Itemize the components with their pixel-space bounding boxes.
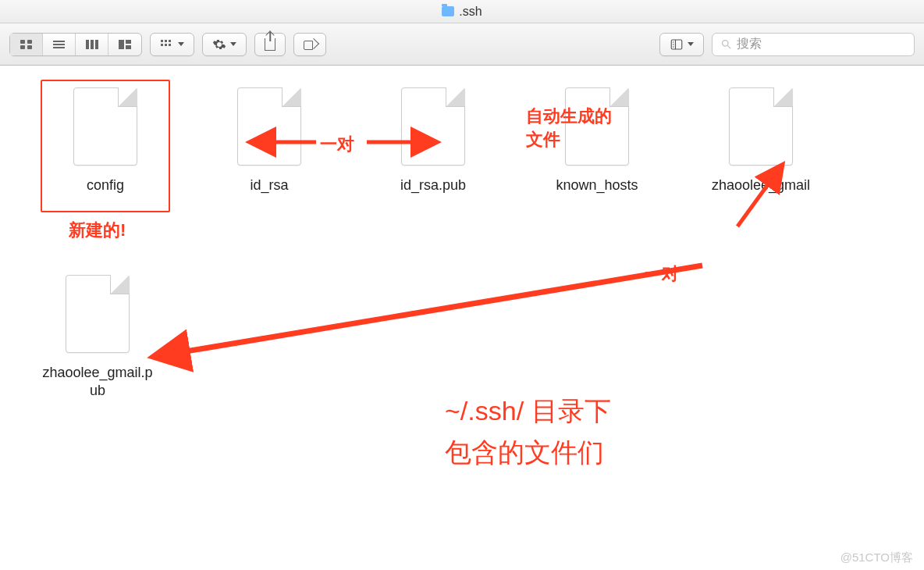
columns-icon [85, 39, 99, 50]
view-gallery-button[interactable] [108, 34, 141, 55]
file-label: zhaoolee_gmail [695, 176, 827, 195]
search-placeholder: 搜索 [737, 36, 762, 52]
file-id-rsa-pub[interactable]: id_rsa.pub [367, 87, 499, 195]
file-id-rsa[interactable]: id_rsa [203, 87, 336, 195]
file-icon [565, 87, 629, 166]
toolbar: 搜索 [0, 23, 924, 66]
view-columns-button[interactable] [76, 34, 108, 55]
view-icon-button[interactable] [10, 34, 43, 55]
gear-icon [212, 37, 226, 52]
grid-icon [20, 39, 34, 50]
file-label: config [39, 176, 172, 195]
file-config[interactable]: config [39, 87, 172, 195]
file-icon [729, 87, 793, 166]
sidebar-icon [670, 37, 684, 52]
group-by-button[interactable] [150, 33, 194, 56]
file-icon [237, 87, 301, 166]
search-input[interactable]: 搜索 [712, 33, 915, 56]
chevron-down-icon [178, 42, 184, 46]
svg-point-2 [673, 41, 674, 43]
action-menu-button[interactable] [202, 33, 247, 56]
share-icon [265, 38, 275, 51]
watermark: @51CTO博客 [840, 550, 913, 565]
file-known-hosts[interactable]: known_hosts [531, 87, 663, 195]
file-icon [66, 275, 130, 353]
search-icon [720, 38, 732, 50]
svg-point-3 [673, 44, 674, 45]
tag-icon [304, 39, 316, 50]
edit-tags-button[interactable] [659, 33, 704, 56]
window-title: .ssh [459, 5, 482, 19]
view-switcher [9, 33, 142, 56]
share-button[interactable] [254, 33, 286, 56]
file-label: id_rsa.pub [367, 176, 499, 195]
file-zhaoolee-gmail-pub[interactable]: zhaoolee_gmail.p ub [31, 275, 164, 399]
file-icon [401, 87, 465, 166]
chevron-down-icon [688, 42, 694, 46]
chevron-down-icon [230, 42, 236, 46]
gallery-icon [118, 39, 132, 50]
group-icon [160, 39, 174, 50]
file-label: zhaoolee_gmail.p ub [31, 364, 164, 399]
file-grid[interactable]: config id_rsa id_rsa.pub known_hosts zha… [0, 66, 924, 570]
window-titlebar: .ssh [0, 0, 924, 23]
file-label: known_hosts [531, 176, 663, 195]
svg-point-4 [673, 46, 674, 48]
folder-icon [442, 6, 454, 16]
svg-point-5 [723, 41, 729, 47]
file-icon [73, 87, 137, 166]
svg-line-6 [727, 45, 730, 48]
file-zhaoolee-gmail[interactable]: zhaoolee_gmail [695, 87, 827, 195]
view-list-button[interactable] [43, 34, 76, 55]
file-label: id_rsa [203, 176, 336, 195]
tags-button[interactable] [293, 33, 326, 56]
list-icon [52, 39, 66, 50]
